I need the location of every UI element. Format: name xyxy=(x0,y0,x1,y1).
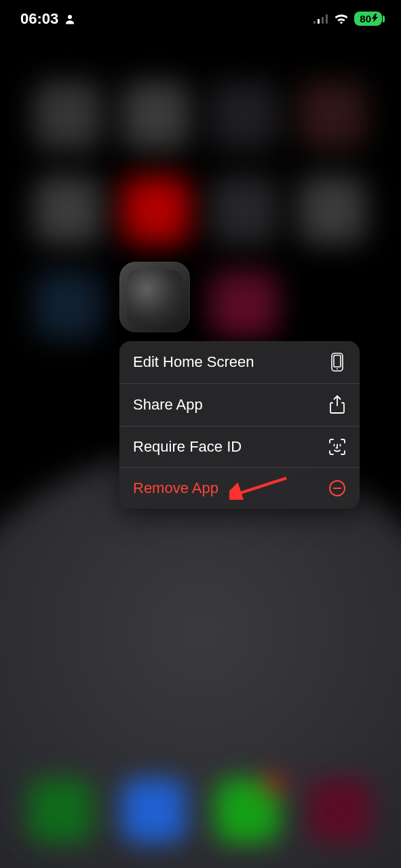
phone-frame-icon xyxy=(328,353,346,372)
battery-percent: 80 xyxy=(360,13,371,24)
app-context-menu: Edit Home Screen Share App Require Face … xyxy=(119,341,360,509)
remove-icon xyxy=(328,479,346,497)
menu-item-label: Remove App xyxy=(133,479,218,497)
dock-blurred xyxy=(0,766,401,854)
cellular-signal-icon xyxy=(313,14,328,24)
menu-item-edit-home-screen[interactable]: Edit Home Screen xyxy=(119,341,360,384)
svg-rect-1 xyxy=(313,21,316,24)
svg-point-0 xyxy=(68,15,72,19)
svg-rect-4 xyxy=(326,14,328,24)
face-id-icon xyxy=(328,438,346,456)
menu-item-label: Share App xyxy=(133,396,203,414)
share-icon xyxy=(328,395,346,414)
svg-rect-3 xyxy=(322,17,324,24)
profile-icon xyxy=(64,13,76,25)
menu-item-remove-app[interactable]: Remove App xyxy=(119,468,360,509)
status-bar: 06:03 80 xyxy=(0,0,401,37)
menu-item-share-app[interactable]: Share App xyxy=(119,384,360,427)
menu-item-require-face-id[interactable]: Require Face ID xyxy=(119,427,360,468)
charging-bolt-icon xyxy=(372,13,378,24)
menu-item-label: Require Face ID xyxy=(133,438,242,456)
app-icon-focused[interactable] xyxy=(119,262,190,332)
wifi-icon xyxy=(334,14,349,24)
svg-rect-6 xyxy=(334,355,341,367)
status-time: 06:03 xyxy=(20,10,58,28)
svg-point-7 xyxy=(337,368,338,370)
menu-item-label: Edit Home Screen xyxy=(133,353,254,371)
svg-rect-2 xyxy=(318,19,320,24)
battery-indicator: 80 xyxy=(354,12,382,26)
